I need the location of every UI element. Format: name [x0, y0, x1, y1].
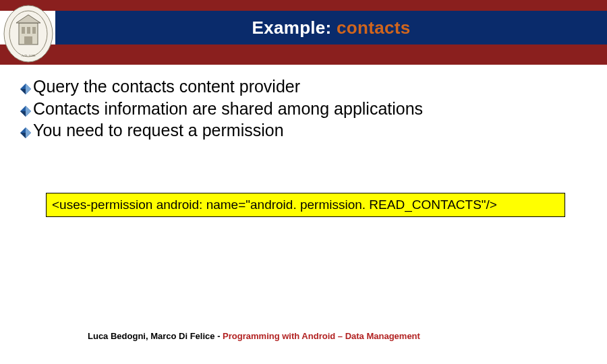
code-text: <uses-permission android: name="android.…	[52, 198, 497, 212]
bullet-text: Contacts information are shared among ap…	[33, 98, 423, 120]
svg-text:A.D. 1088: A.D. 1088	[22, 54, 36, 57]
top-stripe	[0, 0, 607, 11]
diamond-bullet-icon	[20, 106, 31, 117]
title-accent: contacts	[337, 18, 410, 38]
header-bar: Example: contacts	[55, 11, 607, 44]
slide-title: Example: contacts	[252, 18, 411, 38]
svg-rect-3	[22, 27, 25, 34]
bullet-item: Contacts information are shared among ap…	[20, 98, 587, 120]
footer-subtitle: Programming with Android – Data Manageme…	[223, 331, 420, 341]
slide: Example: contacts A.D. 1088 Query the co…	[0, 0, 607, 364]
bullet-text: Query the contacts content provider	[33, 76, 300, 98]
footer-dash: -	[215, 331, 223, 341]
footer-authors: Luca Bedogni, Marco Di Felice	[88, 331, 215, 341]
university-seal-logo: A.D. 1088	[3, 4, 54, 63]
bullet-text: You need to request a permission	[33, 120, 284, 142]
svg-rect-4	[27, 27, 30, 34]
diamond-bullet-icon	[20, 127, 31, 138]
footer: Luca Bedogni, Marco Di Felice - Programm…	[88, 331, 420, 341]
content-area: Query the contacts content provider Cont…	[20, 75, 587, 142]
diamond-bullet-icon	[20, 84, 31, 94]
bullet-item: Query the contacts content provider	[20, 76, 587, 98]
svg-rect-6	[24, 36, 32, 44]
under-stripe	[0, 44, 607, 65]
svg-rect-5	[32, 27, 36, 34]
bullet-item: You need to request a permission	[20, 120, 587, 142]
title-prefix: Example:	[252, 18, 337, 38]
code-snippet-box: <uses-permission android: name="android.…	[46, 193, 565, 217]
